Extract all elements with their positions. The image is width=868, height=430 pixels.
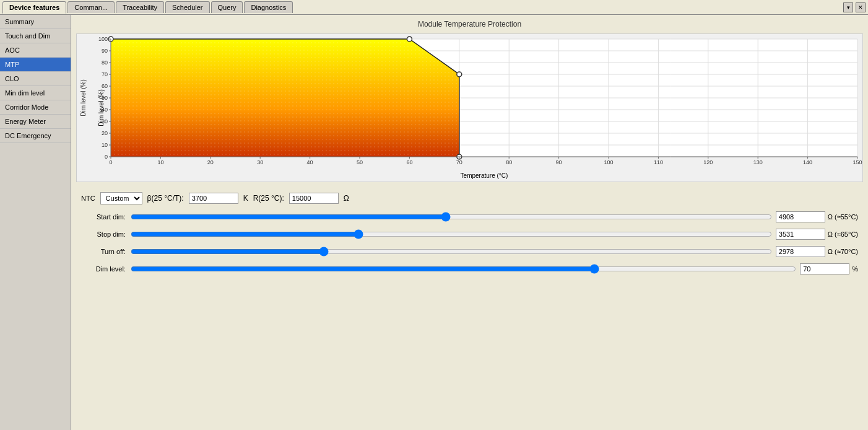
start-dim-value[interactable] <box>776 211 825 222</box>
sidebar-item-min-dim-level[interactable]: Min dim level <box>0 86 71 100</box>
start-dim-slider-container <box>131 211 772 223</box>
turn-off-value[interactable] <box>776 246 825 257</box>
tab-diagnostics[interactable]: Diagnostics <box>244 1 293 13</box>
tab-traceability[interactable]: Traceability <box>116 1 164 13</box>
r-input[interactable] <box>289 193 339 204</box>
beta-unit: K <box>243 194 248 203</box>
stop-dim-slider[interactable] <box>131 229 772 239</box>
sidebar-item-touch-and-dim[interactable]: Touch and Dim <box>0 29 71 43</box>
x-axis-label: Temperature (°C) <box>111 172 857 179</box>
sidebar-item-summary[interactable]: Summary <box>0 15 71 29</box>
dim-level-label: Dim level: <box>81 265 131 273</box>
controls-area: NTC Custom β(25 °C/T): K R(25 °C): Ω Sta… <box>76 190 863 283</box>
turn-off-slider-container <box>131 245 772 258</box>
tab-device-features[interactable]: Device features <box>2 1 66 14</box>
start-dim-unit: Ω (≈55°C) <box>828 213 858 221</box>
sidebar-item-mtp[interactable]: MTP <box>0 58 71 72</box>
turn-off-label: Turn off: <box>81 248 131 255</box>
content-area: Module Temperature Protection Dim level … <box>71 15 868 430</box>
close-button[interactable]: ✕ <box>856 2 866 12</box>
stop-dim-row: Stop dim: Ω (≈65°C) <box>81 228 858 240</box>
sidebar-item-clo[interactable]: CLO <box>0 72 71 86</box>
r-label: R(25 °C): <box>253 194 284 203</box>
sidebar-item-aoc[interactable]: AOC <box>0 43 71 58</box>
minimize-button[interactable]: ▾ <box>843 2 853 12</box>
chart-area: Dim level (%) Temperature (°C) <box>76 33 863 182</box>
title-bar: Device features Comman... Traceability S… <box>0 0 868 15</box>
stop-dim-label: Stop dim: <box>81 230 131 238</box>
page-title: Module Temperature Protection <box>76 20 863 29</box>
tab-command[interactable]: Comman... <box>67 1 115 13</box>
ntc-dropdown[interactable]: Custom <box>100 192 142 204</box>
dim-level-slider[interactable] <box>131 264 796 274</box>
dim-level-unit: % <box>852 265 858 273</box>
tab-query[interactable]: Query <box>211 1 243 13</box>
sidebar: Summary Touch and Dim AOC MTP CLO Min di… <box>0 15 71 430</box>
stop-dim-unit: Ω (≈65°C) <box>828 230 858 238</box>
temperature-chart <box>77 34 862 182</box>
beta-input[interactable] <box>189 193 238 204</box>
tab-scheduler[interactable]: Scheduler <box>165 1 210 13</box>
dim-level-value[interactable] <box>800 263 849 274</box>
beta-label: β(25 °C/T): <box>147 194 184 203</box>
y-axis-label: Dim level (%) <box>98 89 105 126</box>
ntc-label: NTC <box>81 195 95 202</box>
main-container: Summary Touch and Dim AOC MTP CLO Min di… <box>0 15 868 430</box>
start-dim-label: Start dim: <box>81 213 131 221</box>
start-dim-slider[interactable] <box>131 212 772 222</box>
sidebar-item-corridor-mode[interactable]: Corridor Mode <box>0 100 71 115</box>
turn-off-row: Turn off: Ω (≈70°C) <box>81 245 858 258</box>
window-controls: ▾ ✕ <box>843 2 866 12</box>
stop-dim-value[interactable] <box>776 229 825 240</box>
stop-dim-slider-container <box>131 228 772 240</box>
ntc-row: NTC Custom β(25 °C/T): K R(25 °C): Ω <box>81 192 858 204</box>
turn-off-unit: Ω (≈70°C) <box>828 248 858 255</box>
sidebar-item-dc-emergency[interactable]: DC Emergency <box>0 129 71 143</box>
turn-off-slider[interactable] <box>131 247 772 257</box>
r-unit: Ω <box>344 194 349 203</box>
start-dim-row: Start dim: Ω (≈55°C) <box>81 211 858 223</box>
dim-level-slider-container <box>131 263 796 275</box>
dim-level-row: Dim level: % <box>81 263 858 275</box>
sidebar-item-energy-meter[interactable]: Energy Meter <box>0 115 71 129</box>
